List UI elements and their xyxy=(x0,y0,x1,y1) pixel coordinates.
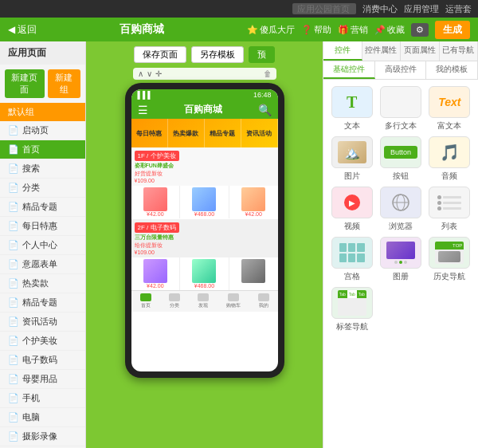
tab-widgets[interactable]: 控件 xyxy=(323,41,362,61)
sidebar-item-category[interactable]: 📄 分类 xyxy=(0,179,85,198)
widget-multiline[interactable]: 多行文本 xyxy=(378,86,422,132)
subtab-templates[interactable]: 我的模板 xyxy=(426,61,478,79)
widget-richtext[interactable]: Text 富文本 xyxy=(428,86,472,132)
save-template-button[interactable]: 另存模板 xyxy=(191,46,244,63)
widget-music-icon: 🎵 xyxy=(429,136,470,168)
widget-gallery[interactable]: 图册 xyxy=(378,237,422,282)
banner-item-1[interactable]: 热卖爆款 xyxy=(168,119,205,147)
generate-button[interactable]: 生成 xyxy=(435,21,470,39)
sidebar-item-daily[interactable]: 📄 每日特惠 xyxy=(0,217,85,236)
gear-button[interactable]: ⚙ xyxy=(411,23,429,37)
sidebar-item-search[interactable]: 📄 搜索 xyxy=(0,159,85,179)
canvas-area: 保存页面 另存模板 预 ∧ ∨ ✛ 🗑 ▌▌▌ 16:48 ☰ 百购商城 xyxy=(86,41,323,448)
tab-nav[interactable]: 已有导航 xyxy=(440,41,479,61)
footer-discover[interactable]: 发现 xyxy=(198,293,209,309)
nav-favorites[interactable]: 📌 收藏 xyxy=(374,24,405,36)
product-item-3[interactable]: ¥42.00 xyxy=(229,186,278,218)
sidebar-item-baby[interactable]: 📄 母婴用品 xyxy=(0,370,85,389)
widget-button[interactable]: Button 按钮 xyxy=(378,136,422,182)
sidebar-item-news[interactable]: 📄 资讯活动 xyxy=(0,312,85,332)
product-item-6[interactable] xyxy=(229,257,278,290)
widget-tab-nav[interactable]: Tab Tab Tab 标签导航 xyxy=(330,287,374,332)
sidebar-item-home[interactable]: 📄 首页 xyxy=(0,140,85,159)
sidebar-group[interactable]: 默认组 xyxy=(0,103,85,121)
move-down-icon[interactable]: ∨ xyxy=(147,69,152,78)
widget-list-icon xyxy=(429,187,470,218)
delete-icon[interactable]: 🗑 xyxy=(264,69,272,78)
page-icon: 📄 xyxy=(8,144,19,155)
sidebar-item-beauty[interactable]: 📄 个护美妆 xyxy=(0,332,85,351)
page-icon: 📄 xyxy=(8,431,19,442)
page-icon: 📄 xyxy=(8,240,19,250)
search-input[interactable] xyxy=(292,3,356,14)
banner-item-0[interactable]: 每日特惠 xyxy=(131,119,168,147)
sidebar-item-personal[interactable]: 📄 个人中心 xyxy=(0,236,85,255)
widgets-grid: T 文本 多行文本 Text xyxy=(323,80,478,339)
widget-richtext-label: 富文本 xyxy=(437,120,461,132)
footer-profile[interactable]: 我的 xyxy=(258,293,269,309)
tab-page-props[interactable]: 页面属性 xyxy=(401,41,440,61)
widget-video-icon: ▶ xyxy=(331,187,373,218)
search-icon: ☰ xyxy=(138,104,148,116)
widget-image-icon: 🏔️ xyxy=(331,136,373,168)
nav-marketing[interactable]: 🎁 营销 xyxy=(338,24,368,36)
app-title: 百购商城 xyxy=(46,22,237,37)
widget-music[interactable]: 🎵 音频 xyxy=(428,136,472,182)
section1-title: 1F / 个护美妆 xyxy=(135,151,179,161)
preview-button[interactable]: 预 xyxy=(249,46,275,63)
discover-icon xyxy=(198,293,209,301)
sidebar-item-phone[interactable]: 📄 手机 xyxy=(0,389,85,408)
footer-cart[interactable]: 购物车 xyxy=(226,293,241,309)
widget-browser-label: 浏览器 xyxy=(389,221,413,232)
widget-image-label: 图片 xyxy=(344,171,360,182)
widget-history-nav[interactable]: TOP 历史导航 xyxy=(428,237,472,282)
product-item-4[interactable]: ¥42.00 xyxy=(131,257,180,290)
sidebar-item-featured2[interactable]: 📄 精品专题 xyxy=(0,293,85,312)
product-item-1[interactable]: ¥42.00 xyxy=(131,186,180,218)
widget-video[interactable]: ▶ 视频 xyxy=(330,187,374,232)
sidebar-item-featured[interactable]: 📄 精品专题 xyxy=(0,198,85,217)
banner-item-3[interactable]: 资讯活动 xyxy=(241,119,278,147)
tab-widget-props[interactable]: 控件属性 xyxy=(362,41,402,61)
banner-item-2[interactable]: 精品专题 xyxy=(205,119,241,147)
product-item-5[interactable]: ¥468.00 xyxy=(180,257,229,290)
nav-consumer[interactable]: 消费中心 xyxy=(362,3,398,15)
sidebar-item-hot[interactable]: 📄 热卖款 xyxy=(0,274,85,293)
widget-text[interactable]: T 文本 xyxy=(330,86,374,132)
page-icon: 📄 xyxy=(8,163,19,174)
sidebar-item-computer[interactable]: 📄 电脑 xyxy=(0,408,85,427)
sidebar-item-wishlist[interactable]: 📄 意愿表单 xyxy=(0,255,85,274)
nav-app-manage[interactable]: 应用管理 xyxy=(404,3,439,15)
product-image-4 xyxy=(143,259,167,283)
page-icon: 📄 xyxy=(8,297,19,308)
move-up-icon[interactable]: ∧ xyxy=(138,69,143,78)
widget-browser[interactable]: 浏览器 xyxy=(378,187,422,232)
widget-grid[interactable]: 宫格 xyxy=(330,237,374,282)
widget-image[interactable]: 🏔️ 图片 xyxy=(330,136,374,182)
section2-promo: 三万台限量特惠 xyxy=(135,234,275,242)
widget-gallery-icon xyxy=(380,237,421,269)
product-item-2[interactable]: ¥468.00 xyxy=(180,186,229,218)
phone-banner[interactable]: 每日特惠 热卖爆款 精品专题 资讯活动 xyxy=(131,119,278,147)
back-button[interactable]: ◀ 返回 xyxy=(8,23,37,37)
widget-history-icon: TOP xyxy=(429,237,470,269)
widget-list[interactable]: 列表 xyxy=(428,187,472,232)
widget-multiline-icon xyxy=(380,86,421,118)
nav-hall[interactable]: ⭐ 傻瓜大厅 xyxy=(247,24,295,36)
widget-gallery-label: 图册 xyxy=(393,271,409,282)
nav-help[interactable]: ❓ 帮助 xyxy=(301,24,331,36)
sidebar-item-photo[interactable]: 📄 摄影录像 xyxy=(0,427,85,446)
sidebar-item-launch[interactable]: 📄 启动页 xyxy=(0,121,85,140)
top-nav: 消费中心 应用管理 运营套 xyxy=(0,0,478,18)
subtab-advanced[interactable]: 高级控件 xyxy=(375,61,427,79)
footer-home[interactable]: 首页 xyxy=(140,293,151,309)
new-group-button[interactable]: 新建组 xyxy=(48,69,80,98)
save-page-button[interactable]: 保存页面 xyxy=(134,46,186,63)
new-page-button[interactable]: 新建页面 xyxy=(5,69,45,98)
footer-category[interactable]: 分类 xyxy=(169,293,180,309)
nav-ops[interactable]: 运营套 xyxy=(445,3,472,15)
subtab-basic[interactable]: 基础控件 xyxy=(323,61,375,79)
move-icon[interactable]: ✛ xyxy=(155,69,162,78)
phone-app-title: 百购商城 xyxy=(184,103,222,116)
sidebar-item-electronics[interactable]: 📄 电子数码 xyxy=(0,351,85,370)
